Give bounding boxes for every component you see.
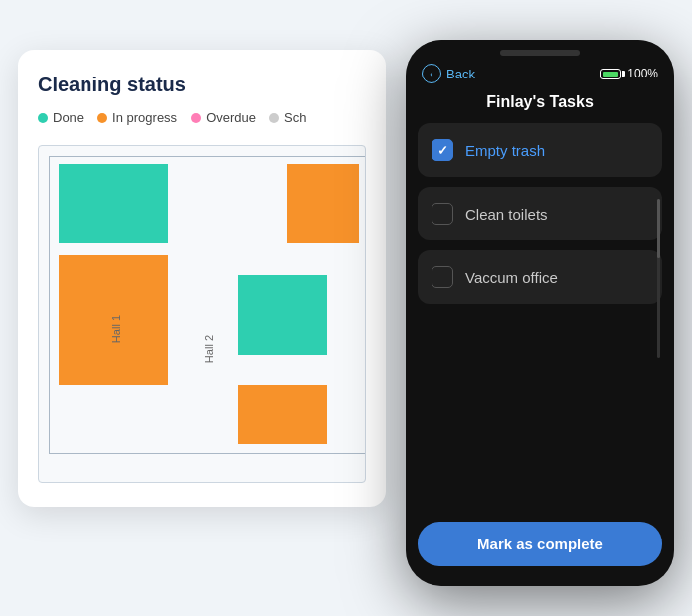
task-label-empty-trash: Empty trash bbox=[465, 142, 545, 159]
battery-bar bbox=[600, 69, 621, 79]
mark-complete-button[interactable]: Mark as complete bbox=[418, 522, 662, 566]
desktop-card: Cleaning status Done In progress Overdue… bbox=[18, 50, 386, 507]
done-dot bbox=[38, 113, 48, 123]
card-title: Cleaning status bbox=[38, 74, 366, 96]
legend: Done In progress Overdue Sch bbox=[38, 110, 366, 125]
back-icon: ‹ bbox=[422, 64, 441, 83]
legend-inprogress: In progress bbox=[97, 110, 177, 125]
back-button[interactable]: ‹ Back bbox=[422, 64, 475, 83]
scheduled-dot bbox=[269, 113, 279, 123]
room-orange-1 bbox=[287, 164, 359, 243]
room-teal-1 bbox=[59, 164, 168, 243]
inprogress-dot bbox=[97, 113, 107, 123]
hall2-label: Hall 2 bbox=[203, 335, 215, 363]
checkmark-icon: ✓ bbox=[437, 143, 448, 158]
battery-label: 100% bbox=[627, 67, 658, 80]
task-checkbox-vacuum-office[interactable] bbox=[432, 266, 453, 288]
battery-fill bbox=[603, 72, 618, 77]
done-label: Done bbox=[53, 110, 84, 125]
scroll-track bbox=[657, 199, 660, 358]
legend-scheduled: Sch bbox=[269, 110, 306, 125]
task-item-empty-trash[interactable]: ✓ Empty trash bbox=[418, 123, 662, 177]
phone: ‹ Back 100% Finlay's Tasks ✓ Empt bbox=[406, 40, 674, 586]
legend-overdue: Overdue bbox=[191, 110, 256, 125]
hall1-label: Hall 1 bbox=[110, 315, 122, 343]
scroll-thumb bbox=[657, 199, 660, 258]
floorplan: Hall 1 Hall 2 bbox=[38, 145, 366, 483]
task-label-clean-toilets: Clean toilets bbox=[465, 206, 548, 223]
task-item-clean-toilets[interactable]: Clean toilets bbox=[418, 187, 662, 240]
back-label: Back bbox=[446, 67, 475, 81]
status-right: 100% bbox=[600, 67, 658, 80]
legend-done: Done bbox=[38, 110, 84, 125]
room-orange-3 bbox=[238, 385, 327, 444]
task-checkbox-clean-toilets[interactable] bbox=[432, 203, 453, 225]
task-checkbox-empty-trash[interactable]: ✓ bbox=[432, 139, 453, 161]
scheduled-label: Sch bbox=[284, 110, 306, 125]
inprogress-label: In progress bbox=[112, 110, 177, 125]
battery-icon bbox=[600, 69, 621, 79]
task-item-vacuum-office[interactable]: Vaccum office bbox=[418, 250, 662, 304]
overdue-dot bbox=[191, 113, 201, 123]
task-label-vacuum-office: Vaccum office bbox=[465, 269, 558, 286]
task-list: ✓ Empty trash Clean toilets Vaccum offic… bbox=[406, 123, 674, 508]
scene: Cleaning status Done In progress Overdue… bbox=[8, 20, 684, 596]
overdue-label: Overdue bbox=[206, 110, 256, 125]
room-teal-2 bbox=[238, 275, 327, 355]
status-bar: ‹ Back 100% bbox=[406, 56, 674, 87]
phone-title: Finlay's Tasks bbox=[486, 93, 594, 111]
